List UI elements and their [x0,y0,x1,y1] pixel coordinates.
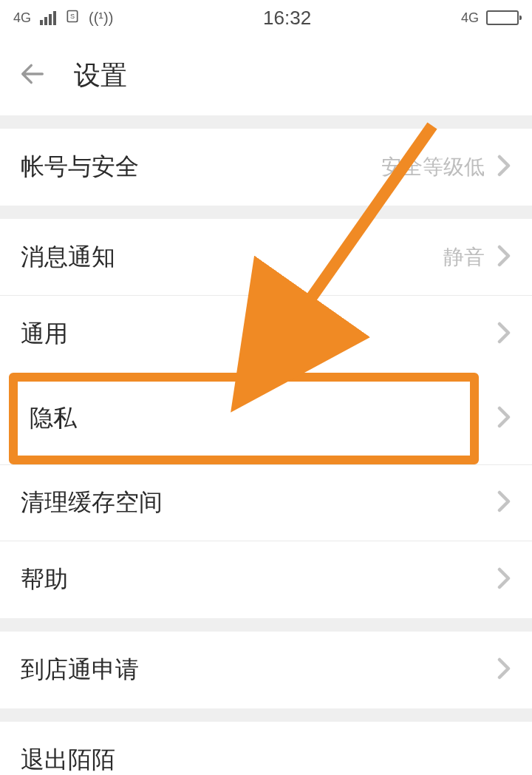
row-account-security[interactable]: 帐号与安全 安全等级低 [0,129,532,206]
row-notifications[interactable]: 消息通知 静音 [0,219,532,296]
status-bar: 4G S ((¹)) 16:32 4G [0,0,532,35]
row-label: 隐私 [30,402,77,435]
network-indicator-right: 4G [461,10,479,26]
row-label: 通用 [21,318,68,351]
chevron-right-icon [497,406,511,431]
row-general[interactable]: 通用 [0,296,532,373]
row-help[interactable]: 帮助 [0,541,532,618]
page-header: 设置 [0,35,532,115]
chevron-right-icon [497,322,511,347]
network-indicator: 4G [13,10,31,26]
svg-text:S: S [70,13,75,20]
clock: 16:32 [263,7,311,30]
row-label: 到店通申请 [21,654,139,686]
row-label: 退出陌陌 [21,744,115,775]
row-value: 安全等级低 [381,153,485,181]
battery-icon [486,10,519,25]
signal-icon [40,11,56,25]
row-privacy[interactable]: 隐私 [0,373,532,464]
chevron-right-icon [497,155,511,180]
page-title: 设置 [74,58,127,94]
row-label: 帐号与安全 [21,151,139,183]
sim-icon: S [65,9,80,27]
row-label: 消息通知 [21,241,115,274]
row-clear-cache[interactable]: 清理缓存空间 [0,464,532,541]
row-label: 清理缓存空间 [21,487,163,519]
wifi-activity-icon: ((¹)) [89,10,113,27]
status-left: 4G S ((¹)) [13,9,113,27]
back-button[interactable] [18,59,47,92]
chevron-right-icon [497,490,511,515]
row-logout[interactable]: 退出陌陌 [0,722,532,775]
highlight-annotation [9,373,479,464]
status-right: 4G [461,10,519,26]
chevron-right-icon [497,245,511,270]
chevron-right-icon [497,567,511,592]
row-value: 静音 [443,243,485,271]
row-shop-apply[interactable]: 到店通申请 [0,632,532,708]
row-label: 帮助 [21,564,68,596]
chevron-right-icon [497,657,511,683]
